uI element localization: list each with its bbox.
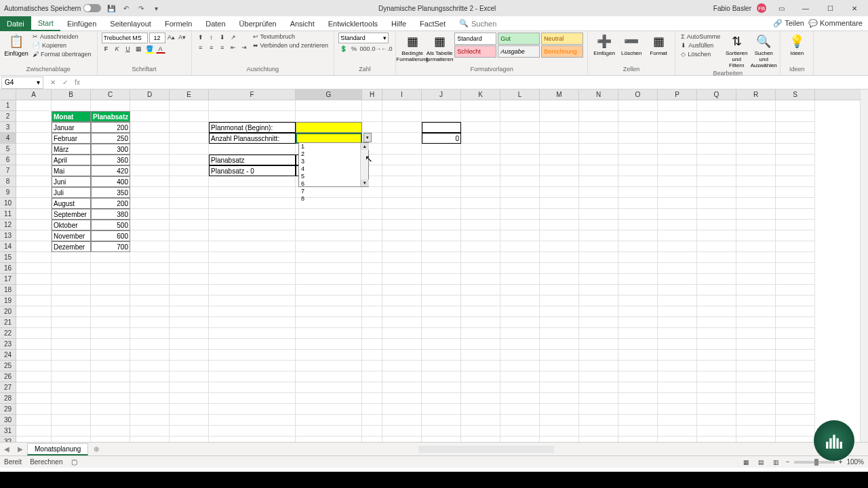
cell[interactable] <box>91 361 130 371</box>
cell[interactable] <box>736 350 776 361</box>
cell[interactable] <box>170 165 209 176</box>
cell[interactable] <box>618 209 658 220</box>
align-left-icon[interactable]: ≡ <box>196 43 205 52</box>
cell[interactable] <box>579 339 618 350</box>
cell[interactable] <box>382 100 422 111</box>
cell[interactable] <box>697 274 736 285</box>
cell[interactable] <box>52 317 91 328</box>
cell[interactable] <box>170 111 209 122</box>
cell[interactable] <box>618 187 658 198</box>
cell[interactable]: Februar <box>52 133 91 144</box>
cell[interactable] <box>422 382 461 393</box>
cell[interactable] <box>540 100 579 111</box>
search-box[interactable]: 🔍 Suchen <box>452 19 496 28</box>
cell[interactable] <box>296 382 362 393</box>
cell[interactable] <box>658 371 697 382</box>
cell[interactable] <box>697 144 736 155</box>
cell[interactable] <box>618 404 658 415</box>
formula-input[interactable] <box>85 77 868 89</box>
view-normal-icon[interactable]: ▦ <box>741 458 752 467</box>
style-schlecht[interactable]: Schlecht <box>454 45 496 58</box>
cell[interactable] <box>658 263 697 274</box>
cell[interactable] <box>500 285 540 296</box>
cell[interactable] <box>52 296 91 306</box>
cell[interactable] <box>362 339 382 350</box>
sheet-nav-prev[interactable]: ◀ <box>0 445 14 453</box>
cell[interactable] <box>579 436 618 442</box>
cell[interactable] <box>362 361 382 371</box>
cell[interactable] <box>382 426 422 436</box>
cell[interactable] <box>540 176 579 187</box>
cell[interactable] <box>540 393 579 404</box>
cell[interactable] <box>382 274 422 285</box>
cell[interactable] <box>579 176 618 187</box>
find-select-button[interactable]: 🔍Suchen und Auswählen <box>751 33 776 70</box>
cell[interactable] <box>500 393 540 404</box>
cell[interactable] <box>422 361 461 371</box>
cell[interactable] <box>52 328 91 339</box>
cell[interactable] <box>500 296 540 306</box>
cell[interactable] <box>382 122 422 133</box>
cell[interactable] <box>697 155 736 165</box>
cell[interactable] <box>382 263 422 274</box>
cell[interactable] <box>362 404 382 415</box>
cell[interactable] <box>540 122 579 133</box>
save-icon[interactable]: 💾 <box>106 3 116 13</box>
cell[interactable] <box>422 263 461 274</box>
cell[interactable] <box>16 350 52 361</box>
cell[interactable] <box>170 144 209 155</box>
cell[interactable] <box>736 306 776 317</box>
cell[interactable] <box>382 404 422 415</box>
cell[interactable] <box>130 187 170 198</box>
cell[interactable] <box>170 361 209 371</box>
cell[interactable] <box>209 393 296 404</box>
cell[interactable] <box>130 155 170 165</box>
cell[interactable] <box>296 339 362 350</box>
cell[interactable] <box>540 415 579 426</box>
cell[interactable]: 500 <box>91 220 130 230</box>
cell[interactable] <box>736 339 776 350</box>
cell[interactable] <box>618 122 658 133</box>
row-header[interactable]: 8 <box>0 176 16 187</box>
cell[interactable] <box>540 230 579 241</box>
cell[interactable] <box>52 371 91 382</box>
cell[interactable] <box>422 415 461 426</box>
cell[interactable] <box>500 404 540 415</box>
col-header[interactable]: B <box>52 89 91 100</box>
cell[interactable] <box>296 296 362 306</box>
cell[interactable] <box>209 220 296 230</box>
cell[interactable] <box>422 241 461 252</box>
cell[interactable] <box>736 393 776 404</box>
cell[interactable] <box>422 404 461 415</box>
cell[interactable] <box>500 165 540 176</box>
cell[interactable] <box>91 382 130 393</box>
cell[interactable] <box>461 122 500 133</box>
col-header[interactable]: J <box>422 89 461 100</box>
cell[interactable] <box>130 263 170 274</box>
data-validation-dropdown-button[interactable]: ▾ <box>363 133 372 142</box>
autosum-button[interactable]: ΣAutoSumme <box>679 33 722 41</box>
dropdown-option[interactable]: 4 <box>299 165 368 173</box>
cell[interactable] <box>130 111 170 122</box>
cell[interactable] <box>579 155 618 165</box>
cell[interactable]: Planabsatz <box>91 111 130 122</box>
view-page-break-icon[interactable]: ▥ <box>771 458 782 467</box>
cell[interactable] <box>209 230 296 241</box>
cell[interactable] <box>422 220 461 230</box>
style-standard[interactable]: Standard <box>454 33 496 45</box>
cell[interactable] <box>16 176 52 187</box>
scroll-up-icon[interactable]: ▴ <box>361 143 369 150</box>
cell[interactable]: 400 <box>91 176 130 187</box>
cell[interactable] <box>170 296 209 306</box>
cell[interactable]: Juli <box>52 187 91 198</box>
cell[interactable] <box>776 220 815 230</box>
cell[interactable] <box>91 296 130 306</box>
percent-icon[interactable]: % <box>349 44 359 54</box>
cell[interactable] <box>382 198 422 209</box>
cell[interactable]: 200 <box>91 198 130 209</box>
col-header[interactable]: C <box>91 89 130 100</box>
cell[interactable]: Dezember <box>52 241 91 252</box>
cell[interactable] <box>461 187 500 198</box>
cell[interactable] <box>209 241 296 252</box>
number-format-select[interactable]: Standard▾ <box>338 33 389 43</box>
